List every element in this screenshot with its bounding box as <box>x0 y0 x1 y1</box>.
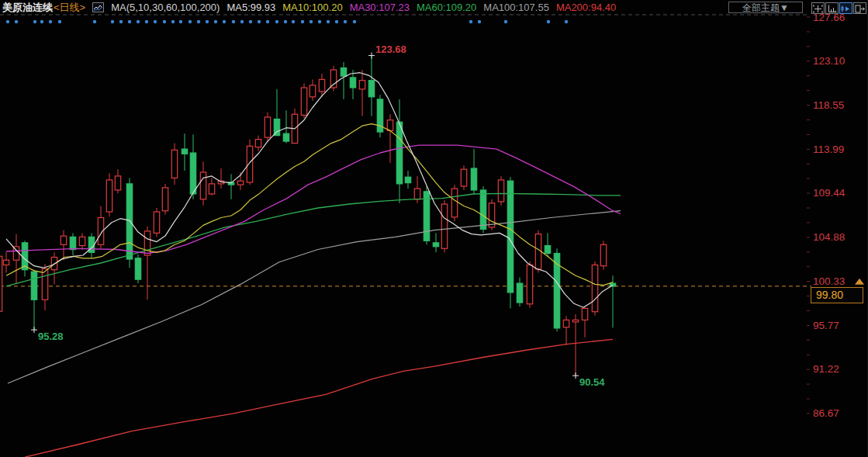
event-dot <box>128 20 131 23</box>
candle-body-up <box>451 189 457 217</box>
price-up-arrow-icon <box>855 279 864 285</box>
candle-body-up <box>115 176 120 190</box>
candle-body-up <box>489 203 494 227</box>
ma60-value: MA60:109.20 <box>417 2 476 13</box>
price-axis-label: 118.55 <box>813 99 844 111</box>
candle-body-down <box>396 122 402 184</box>
event-dot <box>154 20 157 23</box>
current-price-badge: 99.80 <box>811 287 863 303</box>
event-dot <box>469 20 472 23</box>
candle-body-down <box>471 168 476 190</box>
candle-body-down <box>405 177 410 182</box>
candle-body-down <box>433 243 438 247</box>
candle-body-up <box>237 181 243 185</box>
ma-line-ma5 <box>6 73 613 308</box>
kline-panel-icon[interactable] <box>839 2 852 14</box>
event-dot <box>111 20 114 23</box>
candle-body-up <box>461 169 466 186</box>
candle-body-up <box>387 120 393 131</box>
exit-pane-icon[interactable] <box>853 2 866 14</box>
event-dot <box>310 20 313 23</box>
candle-body-down <box>507 181 513 293</box>
candle-body-down <box>480 190 486 229</box>
event-dot <box>327 20 330 23</box>
event-dot <box>171 20 175 23</box>
price-axis-label: 104.88 <box>813 231 845 243</box>
candle-body-up <box>79 237 85 245</box>
event-dot <box>58 20 61 23</box>
candle-body-up <box>600 244 606 265</box>
candle-body-down <box>368 81 374 97</box>
candle-body-up <box>572 320 578 321</box>
all-themes-dropdown[interactable]: 全部主题▼ <box>728 2 803 13</box>
candle-body-up <box>414 189 420 199</box>
candle-body-down <box>283 133 289 141</box>
price-axis-label: 109.44 <box>813 187 846 199</box>
candle-body-up <box>498 180 503 202</box>
candle-body-up <box>301 88 306 115</box>
candle-body-up <box>200 172 206 199</box>
event-dot <box>284 20 287 23</box>
candle-body-up <box>61 236 66 244</box>
event-dot <box>214 20 217 23</box>
candle-body-down <box>545 246 550 254</box>
event-dot <box>197 20 200 23</box>
event-dot <box>335 20 338 23</box>
ma-settings-label: MA(5,10,30,60,100,200) <box>111 2 220 13</box>
axis-scale-icon[interactable] <box>825 2 839 14</box>
candle-body-down <box>126 184 132 259</box>
period-label[interactable]: <日线> <box>54 1 85 15</box>
kline-app-window: 美原油连续 <日线> MA(5,10,30,60,100,200) MA5:99… <box>0 0 868 457</box>
price-axis-label: 95.77 <box>813 320 839 331</box>
candle-body-up <box>255 140 261 147</box>
event-dot <box>206 20 209 23</box>
event-dot <box>40 20 43 23</box>
ma-line-ma10 <box>6 124 613 286</box>
candle-body-up <box>563 320 569 327</box>
high-price-annotation: 123.68 <box>375 43 406 55</box>
candle-body-up <box>265 117 270 137</box>
event-dot <box>258 20 261 23</box>
candle-body-up <box>527 265 532 303</box>
candle-body-down <box>341 68 346 76</box>
price-axis-label: 86.67 <box>813 407 839 419</box>
candle-body-down <box>70 237 75 249</box>
event-dot <box>301 20 304 23</box>
candle-body-up <box>3 260 9 265</box>
candle-body-up <box>154 212 159 233</box>
move-crosshair-icon[interactable] <box>811 2 825 14</box>
ma5-value: MA5:99.93 <box>227 2 275 13</box>
ma200-value: MA200:94.40 <box>556 2 616 13</box>
event-dot <box>547 20 550 23</box>
event-dot <box>188 20 192 23</box>
mini-chart-icon[interactable] <box>92 2 104 12</box>
ma-line-ma200 <box>25 339 613 457</box>
event-dot <box>292 20 295 23</box>
candle-body-up <box>106 180 112 212</box>
event-dot <box>565 20 568 23</box>
candle-body-up <box>209 184 214 194</box>
candle-body-up <box>582 308 587 320</box>
event-dot <box>353 20 356 23</box>
event-dot <box>266 20 269 23</box>
candle-body-up <box>535 234 541 269</box>
candle-body-down <box>274 119 279 135</box>
candle-body-up <box>441 204 447 248</box>
candle-body-up <box>247 146 252 182</box>
ma10-value: MA10:100.20 <box>282 2 342 13</box>
event-dot <box>223 20 226 23</box>
event-dot <box>49 20 52 23</box>
kline-chart[interactable]: 127.66123.10118.55113.99109.44104.88100.… <box>0 0 868 457</box>
ma100-value: MA100:107.55 <box>483 2 549 13</box>
candle-body-up <box>171 150 177 178</box>
event-dot <box>249 20 252 23</box>
event-dot <box>145 20 148 23</box>
candle-body-down <box>190 153 195 194</box>
event-dot <box>318 20 321 23</box>
event-dot <box>119 20 123 23</box>
candle-body-down <box>554 254 559 328</box>
chart-header: 美原油连续 <日线> MA(5,10,30,60,100,200) MA5:99… <box>2 1 616 14</box>
candle-body-down <box>31 272 36 299</box>
event-dot <box>240 20 244 23</box>
candle-body-down <box>135 258 140 279</box>
